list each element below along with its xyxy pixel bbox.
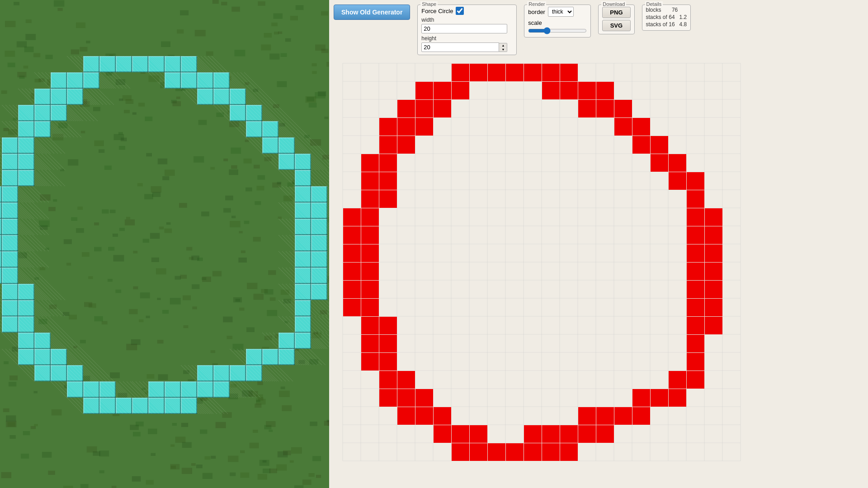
width-input[interactable] — [421, 24, 507, 33]
blocks-label: blocks — [646, 7, 661, 13]
scale-label: scale — [528, 19, 587, 26]
svg-rect-85 — [379, 190, 397, 208]
blocks-detail: blocks 76 — [646, 7, 687, 13]
stacks64-label: stacks of 64 — [646, 14, 675, 20]
png-download-button[interactable]: PNG — [602, 7, 630, 18]
svg-rect-78 — [651, 154, 668, 172]
svg-rect-92 — [361, 226, 379, 244]
spinner-down[interactable]: ▼ — [499, 47, 507, 52]
svg-rect-115 — [361, 335, 379, 352]
svg-rect-54 — [415, 82, 433, 99]
svg-rect-119 — [379, 353, 397, 371]
scale-slider[interactable] — [528, 27, 587, 34]
svg-rect-93 — [687, 226, 704, 244]
svg-rect-141 — [524, 425, 542, 443]
svg-rect-149 — [506, 443, 524, 461]
stacks64-value: 1.2 — [679, 14, 687, 20]
details-group-label: Details — [645, 1, 663, 7]
svg-rect-74 — [632, 136, 650, 154]
svg-rect-98 — [705, 244, 722, 262]
svg-rect-95 — [343, 244, 361, 262]
svg-rect-50 — [506, 64, 524, 81]
svg-rect-132 — [415, 407, 433, 425]
svg-rect-72 — [379, 136, 397, 154]
svg-rect-55 — [434, 82, 451, 99]
svg-rect-129 — [651, 389, 668, 407]
svg-rect-63 — [434, 100, 451, 117]
download-group: Download PNG SVG — [598, 5, 634, 34]
svg-rect-89 — [687, 208, 704, 226]
svg-rect-135 — [596, 407, 614, 425]
svg-rect-75 — [651, 136, 668, 154]
grid-area — [334, 59, 863, 483]
shape-group-label: Shape — [420, 1, 438, 7]
svg-rect-80 — [361, 172, 379, 190]
svg-rect-130 — [669, 389, 686, 407]
svg-rect-66 — [614, 100, 632, 117]
svg-rect-103 — [343, 281, 361, 298]
svg-rect-111 — [361, 317, 379, 334]
svg-rect-47 — [452, 64, 469, 81]
svg-rect-118 — [361, 353, 379, 371]
border-select[interactable]: none thin thick — [548, 7, 574, 17]
svg-rect-138 — [434, 425, 451, 443]
spinner-up[interactable]: ▲ — [499, 43, 507, 47]
svg-rect-76 — [361, 154, 379, 172]
stacks16-value: 4.8 — [679, 21, 687, 28]
svg-rect-137 — [632, 407, 650, 425]
width-field: width — [421, 17, 513, 33]
svg-rect-87 — [343, 208, 361, 226]
border-label: border — [528, 9, 545, 15]
svg-rect-94 — [705, 226, 722, 244]
spinner-arrows: ▲ ▼ — [499, 43, 507, 52]
svg-rect-136 — [614, 407, 632, 425]
force-circle-checkbox[interactable] — [456, 7, 464, 15]
svg-rect-107 — [343, 299, 361, 316]
svg-rect-61 — [397, 100, 415, 117]
svg-rect-140 — [470, 425, 487, 443]
svg-rect-69 — [415, 118, 433, 136]
svg-rect-126 — [397, 389, 415, 407]
force-circle-label: Force Circle — [421, 8, 453, 14]
svg-rect-104 — [361, 281, 379, 298]
svg-rect-83 — [687, 172, 704, 190]
height-spinner: ▲ ▼ — [421, 42, 513, 52]
svg-rect-73 — [397, 136, 415, 154]
svg-rect-145 — [596, 425, 614, 443]
svg-rect-91 — [343, 226, 361, 244]
svg-rect-60 — [596, 82, 614, 99]
svg-rect-112 — [379, 317, 397, 334]
svg-rect-101 — [687, 263, 704, 280]
height-label: height — [421, 35, 513, 42]
svg-rect-100 — [361, 263, 379, 280]
svg-rect-96 — [361, 244, 379, 262]
svg-rect-113 — [687, 317, 704, 334]
shape-group: Shape Force Circle width height ▲ ▼ — [417, 5, 517, 55]
blocks-value: 76 — [672, 7, 678, 13]
show-old-generator-button[interactable]: Show Old Generator — [334, 5, 410, 20]
svg-rect-56 — [452, 82, 469, 99]
svg-rect-105 — [687, 281, 704, 298]
height-input[interactable] — [421, 42, 499, 52]
svg-rect-81 — [379, 172, 397, 190]
force-circle-row: Force Circle — [421, 7, 513, 15]
svg-rect-152 — [560, 443, 578, 461]
svg-rect-123 — [669, 371, 686, 389]
svg-rect-122 — [397, 371, 415, 389]
width-label: width — [421, 17, 513, 23]
svg-download-button[interactable]: SVG — [602, 20, 630, 31]
svg-rect-151 — [542, 443, 560, 461]
svg-rect-120 — [687, 353, 704, 371]
svg-rect-125 — [379, 389, 397, 407]
download-group-label: Download — [601, 1, 626, 7]
pixel-grid — [334, 59, 863, 483]
svg-rect-52 — [542, 64, 560, 81]
left-panel — [0, 0, 329, 488]
svg-rect-109 — [687, 299, 704, 316]
svg-rect-99 — [343, 263, 361, 280]
svg-rect-128 — [632, 389, 650, 407]
svg-rect-77 — [379, 154, 397, 172]
svg-rect-144 — [578, 425, 596, 443]
svg-rect-97 — [687, 244, 704, 262]
svg-rect-142 — [542, 425, 560, 443]
